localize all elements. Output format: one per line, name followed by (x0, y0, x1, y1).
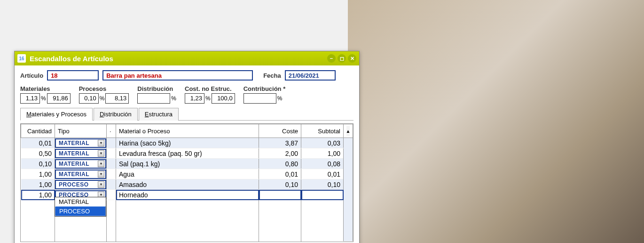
dropdown-option-proceso[interactable]: PROCESO (55, 206, 106, 216)
cell-qty[interactable]: 1,00 (21, 190, 55, 200)
window-title: Escandallos de Artículos (30, 55, 327, 63)
col-coste[interactable]: Coste (259, 124, 301, 138)
cell-coste[interactable]: 2,00 (259, 148, 301, 159)
percent-symbol: % (100, 95, 105, 102)
cell-material[interactable]: Harina (saco 5kg) (116, 138, 259, 148)
cell-tipo[interactable]: MATERIAL ▾ (55, 169, 107, 179)
cell-tipo[interactable]: PROCESO ▾ (55, 179, 107, 190)
scroll-up-button[interactable]: ▲ (344, 124, 353, 138)
cell-subtotal[interactable] (301, 190, 344, 200)
cell-lookup[interactable] (107, 190, 116, 200)
background-photo (348, 0, 644, 243)
close-button[interactable]: ✕ (348, 54, 356, 63)
procesos-pct-field[interactable]: 8,13 (105, 93, 129, 104)
col-subtotal[interactable]: Subtotal (301, 124, 344, 138)
tabs-bar: MMateriales y Procesosateriales y Proces… (20, 107, 353, 121)
articulo-label: Artículo (20, 72, 43, 79)
percent-symbol: % (277, 95, 283, 102)
chevron-down-icon[interactable]: ▾ (98, 150, 104, 157)
percent-symbol: % (41, 95, 46, 102)
chevron-down-icon[interactable]: ▾ (98, 171, 104, 178)
cost-no-estruc-label: Cost. no Estruc. (185, 85, 235, 92)
cell-tipo[interactable]: MATERIAL ▾ (55, 159, 107, 169)
cell-tipo[interactable]: MATERIAL ▾ (55, 138, 107, 148)
fecha-field[interactable]: 21/06/2021 (285, 70, 336, 81)
minimize-button[interactable]: − (327, 54, 336, 63)
cost-pct-field[interactable]: 100,0 (212, 93, 235, 104)
percent-symbol: % (205, 95, 211, 102)
col-tipo[interactable]: Tipo (55, 124, 107, 138)
tipo-dropdown[interactable]: MATERIAL ▾ (55, 159, 106, 169)
cell-lookup[interactable] (107, 169, 116, 179)
cell-qty[interactable]: 0,01 (21, 138, 55, 148)
cost-value-field[interactable]: 1,23 (185, 93, 204, 104)
materiales-pct-field[interactable]: 91,86 (47, 93, 71, 104)
tipo-value: MATERIAL (59, 171, 89, 178)
articulo-code-field[interactable]: 18 (47, 70, 99, 81)
materiales-value-field[interactable]: 1,13 (20, 93, 40, 104)
contribucion-label: Contribución * (243, 85, 286, 92)
cell-qty[interactable]: 1,00 (21, 169, 55, 179)
tipo-dropdown-list[interactable]: MATERIAL PROCESO (55, 197, 106, 217)
cell-material[interactable]: Sal (paq.1 kg) (116, 159, 259, 169)
table-row[interactable]: 0,50 MATERIAL ▾ Levadura fresca (paq. 50… (21, 148, 353, 159)
tipo-dropdown[interactable]: MATERIAL ▾ (55, 149, 106, 158)
col-material[interactable]: Material o Proceso (116, 124, 259, 138)
cell-qty[interactable]: 0,10 (21, 159, 55, 169)
distribucion-field[interactable] (137, 93, 170, 104)
cell-subtotal[interactable]: 0,03 (301, 138, 344, 148)
tipo-value: MATERIAL (59, 140, 89, 146)
tab-materiales-procesos[interactable]: MMateriales y Procesosateriales y Proces… (20, 108, 93, 121)
chevron-down-icon[interactable]: ▾ (98, 140, 104, 146)
cell-tipo[interactable]: MATERIAL ▾ (55, 148, 107, 159)
scrollbar-track[interactable] (344, 138, 353, 242)
cell-lookup[interactable] (107, 159, 116, 169)
cell-lookup[interactable] (107, 138, 116, 148)
cell-coste[interactable]: 0,10 (259, 179, 301, 190)
cell-coste[interactable]: 3,87 (259, 138, 301, 148)
cell-coste[interactable]: 0,80 (259, 159, 301, 169)
col-blank[interactable]: · (107, 124, 116, 138)
cell-material[interactable]: Amasado (116, 179, 259, 190)
table-row[interactable]: 0,10 MATERIAL ▾ Sal (paq.1 kg) 0,80 0,08 (21, 159, 353, 169)
tipo-value: PROCESO (59, 181, 89, 188)
articulo-name-field[interactable]: Barra pan artesana (102, 70, 253, 81)
cell-material[interactable]: Horneado (116, 190, 259, 200)
contribucion-field[interactable] (243, 93, 276, 104)
tipo-value: MATERIAL (59, 161, 89, 167)
tab-distribucion[interactable]: Distribución (94, 108, 138, 121)
cell-material[interactable]: Levadura fresca (paq. 50 gr) (116, 148, 259, 159)
titlebar[interactable]: 16 Escandallos de Artículos − ◻ ✕ (15, 51, 359, 65)
materiales-label: Materiales (20, 85, 71, 92)
cell-qty[interactable]: 1,00 (21, 179, 55, 190)
maximize-button[interactable]: ◻ (338, 54, 346, 63)
chevron-down-icon[interactable]: ▾ (98, 161, 104, 167)
tipo-dropdown[interactable]: MATERIAL ▾ (55, 170, 106, 179)
procesos-value-field[interactable]: 0,10 (79, 93, 99, 104)
cell-qty[interactable]: 0,50 (21, 148, 55, 159)
tab-estructura[interactable]: Estructura (139, 108, 179, 121)
dropdown-option-material[interactable]: MATERIAL (55, 197, 106, 206)
app-icon: 16 (17, 54, 26, 63)
table-row[interactable]: 1,00 PROCESO ▾ Amasado 0,10 0,10 (21, 179, 353, 190)
cell-coste[interactable] (259, 190, 301, 200)
cell-subtotal[interactable]: 1,00 (301, 148, 344, 159)
cell-subtotal[interactable]: 0,08 (301, 159, 344, 169)
cell-subtotal[interactable]: 0,10 (301, 179, 344, 190)
cell-lookup[interactable] (107, 179, 116, 190)
chevron-down-icon[interactable]: ▾ (98, 181, 104, 188)
table-row[interactable]: 0,01 MATERIAL ▾ Harina (saco 5kg) 3,87 0… (21, 138, 353, 148)
escandallos-window: 16 Escandallos de Artículos − ◻ ✕ Artícu… (14, 51, 360, 243)
cell-lookup[interactable] (107, 148, 116, 159)
cell-subtotal[interactable]: 0,01 (301, 169, 344, 179)
tipo-dropdown[interactable]: PROCESO ▾ (55, 180, 106, 189)
cell-material[interactable]: Agua (116, 169, 259, 179)
tipo-value: MATERIAL (59, 150, 89, 157)
table-row[interactable]: 1,00 MATERIAL ▾ Agua 0,01 0,01 (21, 169, 353, 179)
distribucion-label: Distribución (137, 85, 176, 92)
procesos-label: Procesos (79, 85, 129, 92)
percent-symbol: % (171, 95, 176, 102)
col-cantidad[interactable]: Cantidad (21, 124, 55, 138)
tipo-dropdown[interactable]: MATERIAL ▾ (55, 138, 106, 148)
cell-coste[interactable]: 0,01 (259, 169, 301, 179)
